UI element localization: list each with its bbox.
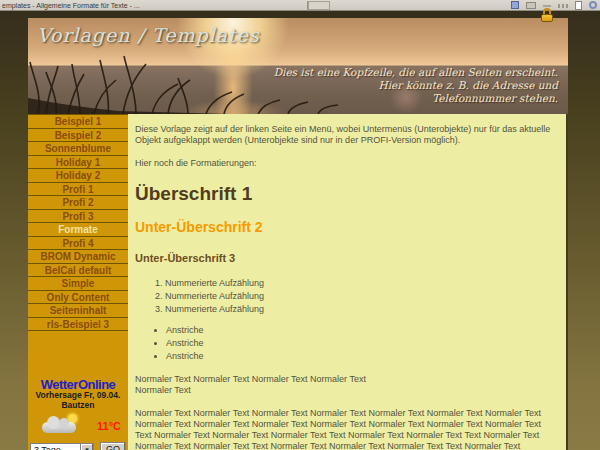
numbered-list: Nummerierte AufzählungNummerierte Aufzäh… [135,278,554,315]
forecast-range-value: 3 Tage [34,445,61,450]
lock-body [541,14,553,22]
tagline-line-3: Telefonnummer stehen. [274,92,558,105]
intro-paragraph: Diese Vorlage zeigt auf der linken Seite… [135,124,554,146]
weather-controls: 3 Tage ▼ GO [28,442,128,450]
heading-3: Unter-Überschrift 3 [135,252,554,264]
browser-toolbar-icons [511,1,597,10]
bullet-list: AnstricheAnstricheAnstriche [135,325,554,362]
tagline-line-1: Dies ist eine Kopfzeile, die auf allen S… [274,66,558,79]
sidebar: Beispiel 1Beispiel 2SonnenblumeHoliday 1… [28,114,128,450]
formats-label: Hier noch die Formatierungen: [135,158,554,169]
browser-tab-stub[interactable] [308,1,330,10]
ordered-list-item: Nummerierte Aufzählung [165,278,554,289]
ordered-list-item: Nummerierte Aufzählung [165,291,554,302]
sidebar-item-brom-dynamic[interactable]: BROM Dynamic [28,250,128,264]
content-area: Diese Vorlage zeigt auf der linken Seite… [128,114,568,450]
cloud-icon [42,422,76,433]
sidebar-item-rls-beispiel-3[interactable]: rls-Beispiel 3 [28,318,128,332]
dots-icon[interactable] [558,4,568,8]
bullet-list-item: Anstriche [166,351,554,362]
sidebar-item-formate[interactable]: Formate [28,223,128,237]
header-image: Vorlagen / Templates Dies ist eine Kopfz… [28,18,568,114]
browser-tab-bar: emplates - Allgemeine Formate für Texte … [0,0,600,11]
site-title: Vorlagen / Templates [37,24,260,46]
sidebar-item-profi-1[interactable]: Profi 1 [28,183,128,197]
weather-widget: WetterOnline Vorhersage Fr, 09.04. Bautz… [28,378,128,450]
sidebar-menu: Beispiel 1Beispiel 2SonnenblumeHoliday 1… [28,114,128,331]
sidebar-item-profi-4[interactable]: Profi 4 [28,237,128,251]
sidebar-item-belcal-default[interactable]: BelCal default [28,264,128,278]
sidebar-item-profi-3[interactable]: Profi 3 [28,210,128,224]
sidebar-item-holiday-1[interactable]: Holiday 1 [28,156,128,170]
heading-2: Unter-Überschrift 2 [135,220,554,235]
sidebar-item-simple[interactable]: Simple [28,277,128,291]
go-button[interactable]: GO [100,442,126,450]
normal-text-block: Normaler Text Normaler Text Normaler Tex… [135,374,554,396]
normal-text-line-1: Normaler Text Normaler Text Normaler Tex… [135,374,366,384]
sidebar-item-holiday-2[interactable]: Holiday 2 [28,169,128,183]
weather-condition-row: 11°C [28,413,128,439]
tagline-line-2: Hier könnte z. B. die Adresse und [274,79,558,92]
ordered-list-item: Nummerierte Aufzählung [165,304,554,315]
document-icon[interactable] [511,1,519,9]
normal-text-paragraph: Normaler Text Normaler Text Normaler Tex… [135,408,554,450]
bullet-list-item: Anstriche [166,338,554,349]
page-icon[interactable] [575,1,582,10]
chevron-down-icon[interactable]: ▼ [80,444,93,450]
browser-tab-title[interactable]: emplates - Allgemeine Formate für Texte … [2,1,302,10]
printer-icon[interactable] [526,2,536,9]
normal-text-line-2: Normaler Text [135,385,191,395]
help-icon[interactable] [589,1,597,9]
sidebar-item-profi-2[interactable]: Profi 2 [28,196,128,210]
minimize-icon[interactable] [543,5,551,7]
forecast-range-select[interactable]: 3 Tage ▼ [30,443,94,450]
lock-icon[interactable] [541,8,553,22]
screen: emplates - Allgemeine Formate für Texte … [0,0,600,450]
header-tagline: Dies ist eine Kopfzeile, die auf allen S… [274,66,558,105]
sidebar-item-only-content[interactable]: Only Content [28,291,128,305]
sidebar-item-seiteninhalt[interactable]: Seiteninhalt [28,304,128,318]
temperature-value: 11°C [97,420,121,432]
sidebar-item-beispiel-1[interactable]: Beispiel 1 [28,115,128,129]
bullet-list-item: Anstriche [166,325,554,336]
heading-1: Überschrift 1 [135,184,554,204]
forecast-city: Bautzen [28,401,128,411]
sidebar-item-sonnenblume[interactable]: Sonnenblume [28,142,128,156]
sidebar-item-beispiel-2[interactable]: Beispiel 2 [28,129,128,143]
